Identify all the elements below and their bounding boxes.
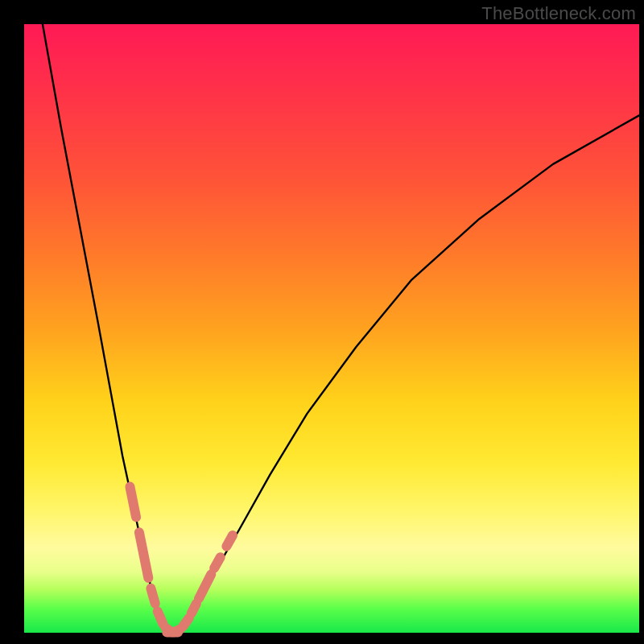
dash-segment [226,535,233,547]
dash-segment [214,557,221,568]
dash-segment [183,618,189,627]
dash-segment [158,612,163,625]
watermark-text: TheBottleneck.com [481,3,636,24]
chart-svg [24,24,639,633]
plot-area [24,24,639,633]
dash-segment [130,487,136,518]
curve-left-branch [43,24,171,633]
dash-segment [139,532,148,578]
dash-segment [151,588,155,604]
dash-segment [199,574,211,598]
curve-right-branch [171,115,639,633]
dash-segment [192,604,196,613]
chart-frame: TheBottleneck.com [0,0,644,644]
